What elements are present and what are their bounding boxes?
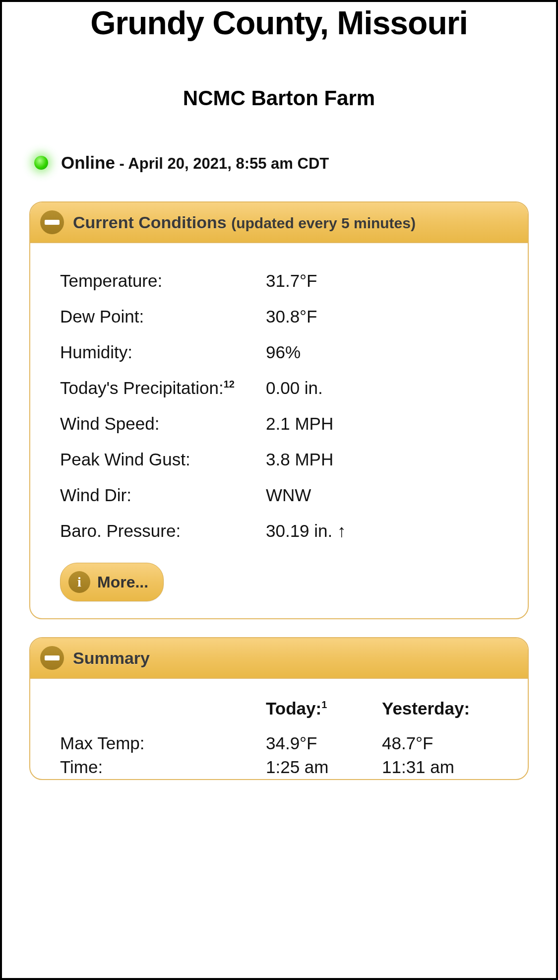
row-humidity: Humidity: 96% <box>60 334 498 370</box>
value-wind-dir: WNW <box>266 485 498 505</box>
value-precipitation: 0.00 in. <box>266 378 498 398</box>
current-conditions-body: Temperature: 31.7°F Dew Point: 30.8°F Hu… <box>30 243 528 618</box>
label-humidity: Humidity: <box>60 342 266 362</box>
label-baro: Baro. Pressure: <box>60 521 266 541</box>
precip-footnote: 12 <box>224 379 235 390</box>
row-baro: Baro. Pressure: 30.19 in. ↑ <box>60 513 498 549</box>
more-button[interactable]: i More... <box>60 563 164 601</box>
label-dew-point: Dew Point: <box>60 307 266 327</box>
minus-icon[interactable] <box>40 210 64 234</box>
label-wind-speed: Wind Speed: <box>60 414 266 434</box>
current-conditions-header[interactable]: Current Conditions (updated every 5 minu… <box>30 202 528 243</box>
max-temp-today: 34.9°F <box>266 733 382 753</box>
label-wind-dir: Wind Dir: <box>60 485 266 505</box>
value-peak-gust: 3.8 MPH <box>266 450 498 469</box>
page-title: Grundy County, Missouri <box>29 4 529 42</box>
value-wind-speed: 2.1 MPH <box>266 414 498 434</box>
value-baro: 30.19 in. ↑ <box>266 521 498 541</box>
online-status-icon <box>34 156 48 170</box>
label-max-temp: Max Temp: <box>60 733 266 753</box>
status-label: Online <box>61 153 115 172</box>
header-yesterday: Yesterday: <box>382 699 498 719</box>
summary-body: Today:1 Yesterday: Max Temp: 34.9°F 48.7… <box>30 679 528 779</box>
summary-column-headers: Today:1 Yesterday: <box>60 694 498 731</box>
info-icon: i <box>68 571 90 593</box>
status-timestamp: April 20, 2021, 8:55 am CDT <box>128 155 329 172</box>
minus-icon[interactable] <box>40 646 64 670</box>
header-today-footnote: 1 <box>321 699 327 710</box>
row-time: Time: 1:25 am 11:31 am <box>60 755 498 779</box>
row-dew-point: Dew Point: 30.8°F <box>60 299 498 334</box>
more-button-label: More... <box>97 573 148 591</box>
row-precipitation: Today's Precipitation:12 0.00 in. <box>60 370 498 406</box>
summary-title: Summary <box>73 649 150 668</box>
label-precipitation-text: Today's Precipitation: <box>60 378 224 397</box>
status-row: Online - April 20, 2021, 8:55 am CDT <box>29 153 529 173</box>
current-conditions-panel: Current Conditions (updated every 5 minu… <box>29 201 529 619</box>
label-peak-gust: Peak Wind Gust: <box>60 450 266 469</box>
current-conditions-title-wrap: Current Conditions (updated every 5 minu… <box>73 213 416 232</box>
status-text-wrap: Online - April 20, 2021, 8:55 am CDT <box>61 153 329 173</box>
row-temperature: Temperature: 31.7°F <box>60 263 498 299</box>
value-humidity: 96% <box>266 342 498 362</box>
label-temperature: Temperature: <box>60 271 266 291</box>
value-dew-point: 30.8°F <box>266 307 498 327</box>
current-conditions-title: Current Conditions <box>73 213 231 232</box>
label-time: Time: <box>60 757 266 777</box>
status-separator: - <box>115 155 128 172</box>
row-peak-gust: Peak Wind Gust: 3.8 MPH <box>60 442 498 477</box>
row-max-temp: Max Temp: 34.9°F 48.7°F <box>60 731 498 755</box>
value-temperature: 31.7°F <box>266 271 498 291</box>
time-today: 1:25 am <box>266 757 382 777</box>
max-temp-yesterday: 48.7°F <box>382 733 498 753</box>
row-wind-speed: Wind Speed: 2.1 MPH <box>60 406 498 442</box>
summary-panel: Summary Today:1 Yesterday: Max Temp: 34.… <box>29 637 529 780</box>
current-conditions-subtitle: (updated every 5 minutes) <box>231 215 416 231</box>
row-wind-dir: Wind Dir: WNW <box>60 477 498 513</box>
label-precipitation: Today's Precipitation:12 <box>60 378 266 398</box>
summary-header[interactable]: Summary <box>30 638 528 679</box>
station-name: NCMC Barton Farm <box>29 86 529 110</box>
header-today: Today:1 <box>266 699 382 719</box>
time-yesterday: 11:31 am <box>382 757 498 777</box>
header-today-text: Today: <box>266 699 321 718</box>
